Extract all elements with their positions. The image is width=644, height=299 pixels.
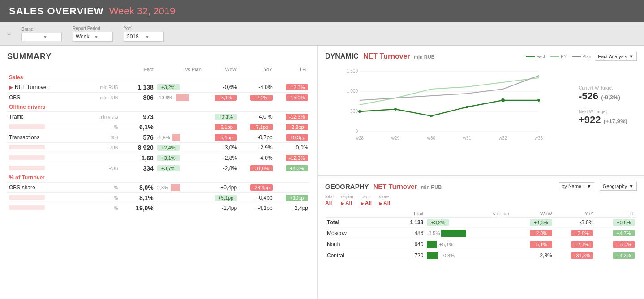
geo-col-lfl: LFL [595, 210, 637, 218]
app-title: SALES OVERVIEW [9, 5, 104, 17]
fact-analysis-dropdown[interactable]: Fact Analysis ▼ [595, 52, 637, 61]
blurred-to-vsplan-2 [155, 203, 203, 214]
blurred-yoy-3: -4,0% [239, 153, 274, 163]
obs-share-fact: 8,0% [120, 183, 155, 193]
net-turnover-vsplan-badge: +3,2% [157, 84, 180, 90]
blurred-to-yoy-2: -4,1pp [239, 203, 274, 214]
legend-plan-line [572, 56, 581, 57]
yoy-label: YoY [124, 26, 164, 31]
transactions-fact: 576 [120, 132, 155, 143]
current-w-pct: (-9,3%) [601, 94, 620, 101]
table-row: 1,60 +3,1% -2,8% -4,0% -12,3% [7, 153, 310, 163]
week-label: Week 32, 2019 [109, 5, 176, 17]
svg-text:1 500: 1 500 [347, 68, 358, 73]
summary-title: SUMMARY [7, 52, 310, 61]
chart-svg-container: 1 500 1 000 500 0 [325, 64, 573, 146]
blurred-fact-4: 334 [120, 163, 155, 174]
offline-category-header: Offline drivers [7, 103, 310, 112]
blurred-unit-2: RUB [84, 143, 120, 153]
blurred-label-1 [7, 122, 84, 132]
col-label [7, 66, 84, 73]
legend-py: PY [550, 54, 567, 59]
transactions-yoy: -0,7pp [239, 132, 274, 143]
blurred-to-fact-2: 19,0% [120, 203, 155, 214]
legend-plan: Plan [572, 54, 591, 59]
central-lfl: +4,3% [595, 250, 637, 261]
sort-dropdown[interactable]: by Name ↓ ▼ [559, 182, 594, 190]
geography-dropdown-label: Geography [603, 184, 627, 189]
obs-share-vsplan: 2,8% [155, 183, 203, 193]
geo-total-fact: 1 138 [382, 218, 425, 228]
brand-select[interactable]: ▼ [21, 33, 62, 41]
obs-vsplan: -10,8% [155, 93, 203, 103]
geo-total-vsplan: +3,2% [425, 218, 511, 228]
blurred-yoy-2: -2,9% [239, 143, 274, 153]
central-label: Central [325, 250, 382, 261]
legend-fact-label: Fact [536, 54, 545, 59]
transactions-lfl: -10,3pp [275, 132, 310, 143]
col-lfl: LFL [275, 66, 310, 73]
blurred-label-4 [7, 163, 84, 174]
sort-label: by Name ↓ [562, 184, 585, 189]
col-unit [84, 66, 120, 73]
obs-label: OBS [7, 93, 84, 103]
report-period-filter: Report Period Week ▼ [73, 26, 113, 42]
brand-arrow-icon: ▼ [43, 34, 59, 39]
blurred-to-unit-2: % [84, 203, 120, 214]
svg-point-10 [430, 115, 433, 117]
store-arrow-icon: ▶ [379, 201, 382, 206]
obs-lfl: -15,0% [275, 93, 310, 103]
blurred-fact-2: 8 920 [120, 143, 155, 153]
traffic-yoy: -4,0 % [239, 112, 274, 122]
traffic-vsplan [155, 112, 203, 122]
geo-title-main: GEOGRAPHY NET Turnover mln RUB [325, 183, 442, 190]
summary-table: Fact vs Plan WoW YoY LFL Sales ▶NET Turn… [7, 66, 310, 213]
geo-store-val[interactable]: ▶ All [379, 200, 390, 206]
traffic-lfl: -12,3% [275, 112, 310, 122]
table-row: RUB 8 920 +2,4% -3,0% -2,9% -0,0% [7, 143, 310, 153]
geo-total-wow: +4,3% [511, 218, 554, 228]
blurred-to-label-1 [7, 193, 84, 203]
yoy-select[interactable]: 2018 ▼ [124, 32, 164, 42]
obs-share-lfl [275, 183, 310, 193]
geo-town-val[interactable]: ▶ All [361, 200, 372, 206]
legend-fact: Fact [526, 54, 545, 59]
svg-point-11 [466, 106, 468, 108]
traffic-unit: mln visits [84, 112, 120, 122]
chart-targets: Current W Target -526 (-9,3%) Next W Tar… [579, 64, 637, 146]
geography-dropdown[interactable]: Geography ▼ [600, 182, 637, 191]
blurred-vsplan-3: +3,1% [155, 153, 203, 163]
geo-region-val[interactable]: ▶ All [341, 200, 353, 206]
blurred-wow-1: -5,1pp [203, 122, 239, 132]
next-w-value: +922 (+17,9%) [579, 114, 637, 126]
table-row: OBS share % 8,0% 2,8% +0,4pp -28,4pp [7, 183, 310, 193]
central-fact: 720 [382, 250, 425, 261]
total-vsplan-badge: +3,2% [427, 219, 449, 226]
blurred-to-yoy-1: -0,4pp [239, 193, 274, 203]
sales-category-header: Sales [7, 73, 310, 82]
geo-total-lfl: +0,6% [595, 218, 637, 228]
brand-label: Brand [21, 27, 62, 32]
geo-store-filter: store ▶ All [379, 194, 390, 206]
geo-title-accent: NET Turnover [373, 183, 417, 190]
main-layout: SUMMARY Fact vs Plan WoW YoY LFL Sales [0, 46, 644, 299]
geo-total-val[interactable]: All [325, 200, 334, 206]
chart-title-sub: mln RUB [414, 54, 434, 60]
table-row: Total 1 138 +3,2% +4,3% -3,0% +0,6% [325, 218, 637, 228]
north-wow: -5,1% [511, 239, 554, 250]
blurred-yoy-1: -7,1pp [239, 122, 274, 132]
svg-point-9 [394, 108, 397, 111]
filter-icon: ▿ [7, 30, 11, 38]
blurred-to-lfl-1: +10pp [275, 193, 310, 203]
report-period-select[interactable]: Week ▼ [73, 32, 113, 42]
filter-bar: ▿ Brand ▼ Report Period Week ▼ YoY 2018 … [0, 22, 644, 46]
net-turnover-label: ▶NET Turnover [7, 82, 84, 93]
col-vsplan: vs Plan [155, 66, 203, 73]
chart-legend: Fact PY Plan [526, 54, 591, 59]
blurred-lfl-2: -0,0% [275, 143, 310, 153]
fact-analysis-arrow-icon: ▼ [629, 54, 634, 59]
chart-svg: 1 500 1 000 500 0 [325, 64, 573, 145]
geography-section: GEOGRAPHY NET Turnover mln RUB by Name ↓… [318, 176, 644, 299]
svg-text:w32: w32 [498, 136, 507, 141]
table-row: Moscow 486 -3,5% -2,8% -3,8% +4,7% [325, 228, 637, 239]
